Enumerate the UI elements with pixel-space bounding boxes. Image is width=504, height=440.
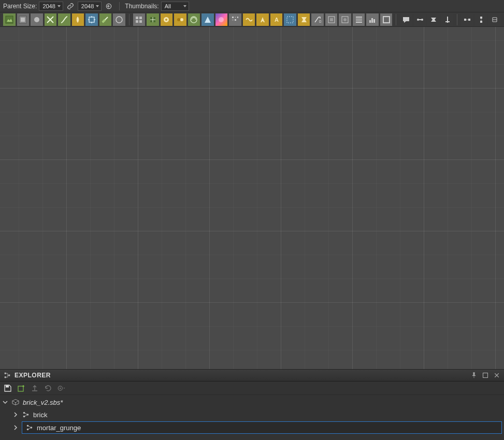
explorer-header: EXPLORER	[0, 369, 504, 382]
graph-row[interactable]: brick	[2, 408, 502, 421]
svg-rect-40	[384, 18, 388, 22]
svg-point-63	[27, 414, 29, 416]
svg-rect-33	[356, 18, 362, 21]
parent-height-select[interactable]: 2048	[78, 2, 102, 11]
separator	[129, 14, 129, 25]
chevron-right-icon[interactable]	[12, 412, 19, 417]
chevron-down-icon	[96, 5, 99, 7]
text-node-button[interactable]	[256, 13, 269, 26]
svg-rect-57	[6, 385, 9, 387]
svg-rect-52	[481, 19, 481, 21]
close-icon[interactable]	[493, 371, 501, 379]
thumbnails-label: Thumbnails:	[125, 3, 159, 10]
svg-rect-22	[237, 17, 238, 18]
explorer-title: EXPLORER	[15, 372, 467, 379]
pixel-processor-node-button[interactable]	[133, 13, 146, 26]
channel-shuffle-node-button[interactable]	[147, 13, 159, 26]
svg-rect-34	[356, 17, 362, 18]
hsl-node-button[interactable]	[229, 13, 241, 26]
graph-name: mortar_grunge	[37, 424, 501, 432]
histogram-node-button[interactable]	[366, 13, 379, 26]
save-button[interactable]	[3, 384, 12, 393]
levels-node-button[interactable]	[174, 13, 186, 26]
grayscale-conversion-node-button[interactable]	[215, 13, 228, 26]
svg-rect-24	[235, 19, 236, 21]
svg-point-14	[165, 19, 167, 21]
sharpen-node-button[interactable]	[99, 13, 112, 26]
comment-tool-button[interactable]	[400, 13, 412, 26]
svg-rect-6	[89, 17, 94, 22]
svg-text:A: A	[275, 17, 279, 23]
graph-icon	[25, 423, 34, 432]
fx-map-node-button[interactable]	[161, 13, 173, 26]
warp-node-button[interactable]	[243, 13, 255, 26]
bitmap-node-button[interactable]	[3, 13, 16, 26]
export-button[interactable]	[30, 384, 39, 393]
chevron-right-icon[interactable]	[12, 425, 19, 430]
svg-rect-38	[373, 19, 375, 23]
svg-node-button[interactable]	[17, 13, 30, 26]
svg-marker-18	[205, 17, 211, 23]
reset-size-button[interactable]	[104, 1, 114, 11]
svg-rect-56	[483, 373, 488, 378]
svg-rect-10	[136, 20, 138, 23]
blend-node-button[interactable]	[45, 13, 57, 26]
explorer-tree: brick_v2.sbs* brick mortar_grunge	[0, 395, 504, 440]
frame-tool-button[interactable]	[414, 13, 426, 26]
svg-point-61	[23, 412, 25, 414]
link-dimensions-button[interactable]	[65, 1, 76, 11]
chevron-down-icon[interactable]	[2, 400, 8, 405]
svg-point-15	[177, 18, 180, 21]
pin-icon[interactable]	[470, 371, 478, 379]
svg-rect-43	[418, 19, 422, 20]
svg-rect-36	[369, 20, 371, 23]
package-row[interactable]: brick_v2.sbs*	[2, 396, 502, 408]
safe-transform-node-button[interactable]	[353, 13, 365, 26]
svg-rect-53	[5, 373, 6, 374]
graph-canvas[interactable]	[0, 27, 504, 369]
canvas-grid	[0, 27, 504, 369]
thumbnails-select[interactable]: All	[161, 2, 189, 11]
svg-marker-44	[431, 18, 436, 22]
dyn-gradient-node-button[interactable]	[284, 13, 296, 26]
svg-rect-35	[356, 22, 362, 23]
svg-rect-23	[232, 19, 234, 21]
curve-node-button[interactable]	[58, 13, 70, 26]
new-package-button[interactable]	[17, 384, 26, 393]
svg-point-16	[180, 18, 183, 21]
thumbnails-value: All	[165, 3, 171, 9]
dir-warp-node-button[interactable]	[188, 13, 200, 26]
node-toolbar: A 01	[0, 12, 504, 27]
crop-node-button[interactable]	[380, 13, 393, 26]
shape-node-button[interactable]	[325, 13, 338, 26]
tile-sampler-node-button[interactable]	[298, 13, 310, 26]
svg-point-7	[116, 17, 122, 23]
transform-2d-node-button[interactable]	[85, 13, 98, 26]
settings-dropdown-button[interactable]	[57, 384, 66, 393]
svg-rect-46	[445, 21, 450, 22]
parent-width-select[interactable]: 2048	[39, 2, 63, 11]
splatter-node-button[interactable]: 01	[311, 13, 324, 26]
distance-node-button[interactable]	[339, 13, 351, 26]
gradient-map-node-button[interactable]	[72, 13, 84, 26]
align-h-button[interactable]	[461, 13, 473, 26]
arrange-button[interactable]	[488, 13, 501, 26]
svg-rect-11	[139, 20, 142, 23]
uniform-color-node-button[interactable]	[31, 13, 43, 26]
explorer-toolbar	[0, 382, 504, 395]
svg-rect-47	[464, 19, 466, 21]
maximize-icon[interactable]	[481, 371, 489, 379]
align-v-button[interactable]	[475, 13, 487, 26]
svg-shape-node-button[interactable]: A	[270, 13, 283, 26]
svg-rect-48	[468, 19, 470, 21]
anchor-tool-button[interactable]	[441, 13, 454, 26]
normal-node-button[interactable]	[201, 13, 214, 26]
graph-row-selected[interactable]: mortar_grunge	[2, 421, 502, 434]
svg-rect-54	[5, 376, 6, 378]
refresh-button[interactable]	[44, 384, 53, 393]
pin-tool-button[interactable]	[427, 13, 440, 26]
blur-node-button[interactable]	[113, 13, 125, 26]
svg-point-64	[27, 425, 29, 427]
svg-rect-50	[480, 17, 482, 19]
graph-icon	[22, 410, 30, 419]
